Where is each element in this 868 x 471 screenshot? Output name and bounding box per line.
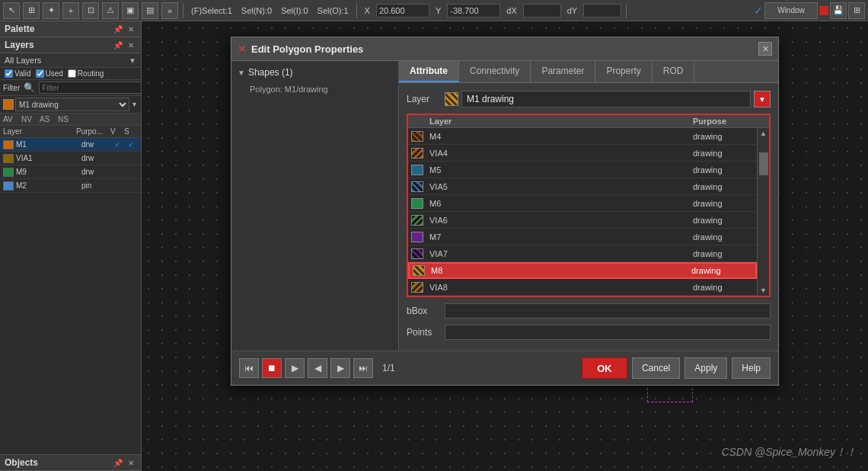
nav-stop-button[interactable]: ⏹ (262, 358, 282, 378)
x-input[interactable] (376, 4, 429, 18)
tab-parameter[interactable]: Parameter (531, 61, 595, 82)
toolbar-btn-3[interactable]: ✦ (43, 2, 59, 19)
ldt-row-via5[interactable]: VIA5 drawing (408, 178, 757, 195)
layer-dropdown-button[interactable]: ▼ (754, 91, 771, 107)
help-button[interactable]: Help (732, 357, 771, 379)
ok-button[interactable]: OK (582, 357, 627, 379)
ldt-layer-via4: VIA4 (429, 149, 693, 158)
checkboxes-row: Valid Used Routing (0, 68, 141, 80)
routing-checkbox[interactable] (68, 69, 76, 78)
points-label: Points (407, 327, 445, 338)
col-headers-row: AV NV AS NS (0, 114, 141, 126)
footer-actions: OK Cancel Apply Help (582, 357, 771, 379)
ldt-layer-via7: VIA7 (429, 249, 693, 258)
routing-label: Routing (78, 69, 104, 78)
ldt-row-via4[interactable]: VIA4 drawing (408, 145, 757, 162)
layer-row-m1[interactable]: M1 drw ✓ ✓ (0, 138, 141, 152)
ldt-row-m5[interactable]: M5 drawing (408, 162, 757, 178)
routing-checkbox-item[interactable]: Routing (68, 69, 104, 78)
nav-first-button[interactable]: ⏮ (239, 358, 259, 378)
y-input[interactable] (447, 4, 500, 18)
ldt-row-m7[interactable]: M7 drawing (408, 229, 757, 245)
valid-checkbox[interactable] (5, 69, 13, 78)
shape-item[interactable]: Polygon: M1/drawing (238, 82, 392, 96)
dialog-right-panel: Attribute Connectivity Parameter Propert… (399, 61, 778, 351)
dx-label: dX (503, 6, 519, 15)
all-layers-text: All Layers (5, 56, 129, 65)
layer-name-via1: VIA1 (16, 154, 81, 162)
valid-checkbox-item[interactable]: Valid (5, 69, 31, 78)
ldt-row-via7[interactable]: VIA7 drawing (408, 245, 757, 262)
filter-input[interactable] (39, 82, 142, 94)
layers-close-icon[interactable]: ✕ (126, 40, 136, 50)
toolbar-btn-1[interactable]: ↖ (3, 2, 20, 19)
ldt-row-m6[interactable]: M6 drawing (408, 195, 757, 212)
all-layers-row[interactable]: All Layers ▼ (0, 53, 141, 68)
layer-row-m2[interactable]: M2 pin (0, 179, 141, 193)
tab-attribute[interactable]: Attribute (399, 61, 459, 82)
nav-play-button[interactable]: ▶ (285, 358, 305, 378)
lth-s: S (124, 127, 138, 136)
ldt-row-m4[interactable]: M4 drawing (408, 128, 757, 145)
layer-row-m9[interactable]: M9 drw (0, 165, 141, 179)
col-ns: NS (58, 115, 75, 123)
layer-row-via1[interactable]: VIA1 drw (0, 152, 141, 165)
nav-prev-button[interactable]: ◀ (308, 358, 327, 378)
scrollbar-thumb[interactable] (759, 152, 768, 175)
ldt-layer-m6: M6 (429, 199, 693, 208)
sel1-text: Sel(I):0 (278, 6, 311, 15)
ldt-row-via8[interactable]: VIA8 drawing (408, 279, 757, 296)
toolbar-btn-8[interactable]: ▤ (142, 2, 158, 19)
objects-icons: 📌 ✕ (113, 457, 136, 468)
ldt-row-via6[interactable]: VIA6 drawing (408, 212, 757, 229)
toolbar-btn-2[interactable]: ⊞ (23, 2, 40, 19)
used-checkbox-item[interactable]: Used (36, 69, 63, 78)
dx-input[interactable] (523, 4, 561, 18)
toolbar-btn-7[interactable]: ▣ (122, 2, 139, 19)
ldt-icon-m8 (413, 265, 431, 276)
cancel-button[interactable]: Cancel (632, 357, 680, 379)
current-layer-color (3, 99, 14, 110)
ldt-purpose-m5: drawing (693, 165, 754, 175)
apply-button[interactable]: Apply (685, 357, 727, 379)
shapes-expand-icon[interactable]: ▼ (238, 69, 245, 77)
toolbar-btn-5[interactable]: ⊡ (82, 2, 99, 19)
ldt-row-m8[interactable]: M8 drawing (408, 262, 757, 279)
current-layer-select[interactable]: M1 drawing (15, 98, 129, 111)
dy-input[interactable] (583, 4, 621, 18)
palette-pin-icon[interactable]: 📌 (113, 24, 123, 34)
ldt-scrollbar[interactable]: ▲ ▼ (757, 128, 769, 296)
filter-row: Filter 🔍 ▼ ▼ (0, 80, 141, 96)
window-dropdown-icon[interactable] (819, 6, 828, 15)
tab-rod[interactable]: ROD (653, 61, 695, 82)
tab-property[interactable]: Property (595, 61, 652, 82)
dialog-icon: ✕ (238, 43, 247, 55)
window-button[interactable]: Window (764, 2, 818, 19)
palette-close-icon[interactable]: ✕ (126, 24, 136, 34)
used-label: Used (46, 69, 63, 78)
tab-connectivity[interactable]: Connectivity (459, 61, 531, 82)
objects-close-icon[interactable]: ✕ (126, 457, 136, 468)
dialog-close-button[interactable]: ✕ (758, 42, 772, 56)
col-nv: NV (21, 115, 38, 123)
ldt-purpose-m4: drawing (693, 132, 754, 141)
extra-btn[interactable]: ⊞ (848, 2, 865, 19)
all-layers-arrow: ▼ (129, 56, 136, 65)
layer-select-arrow[interactable]: ▼ (131, 101, 138, 108)
toolbar-btn-6[interactable]: ⚠ (102, 2, 119, 19)
used-checkbox[interactable] (36, 69, 44, 78)
layers-pin-icon[interactable]: 📌 (113, 40, 123, 50)
nav-last-button[interactable]: ⏭ (353, 358, 373, 378)
scrollbar-down[interactable]: ▼ (760, 287, 767, 296)
layer-color-icon (445, 92, 458, 106)
objects-pin-icon[interactable]: 📌 (113, 457, 123, 468)
objects-header: Objects 📌 ✕ (0, 455, 141, 471)
toolbar-btn-9[interactable]: » (161, 2, 178, 19)
ldt-purpose-via6: drawing (693, 216, 754, 225)
ldt-purpose-via8: drawing (693, 283, 754, 292)
toolbar-btn-4[interactable]: + (62, 2, 79, 19)
nav-next-button[interactable]: ▶ (330, 358, 350, 378)
scrollbar-up[interactable]: ▲ (760, 128, 767, 137)
canvas-area[interactable]: CSDN @Spice_Monkey！！ ✕ Edit Polygon Prop… (142, 21, 868, 471)
save-btn[interactable]: 💾 (830, 2, 847, 19)
